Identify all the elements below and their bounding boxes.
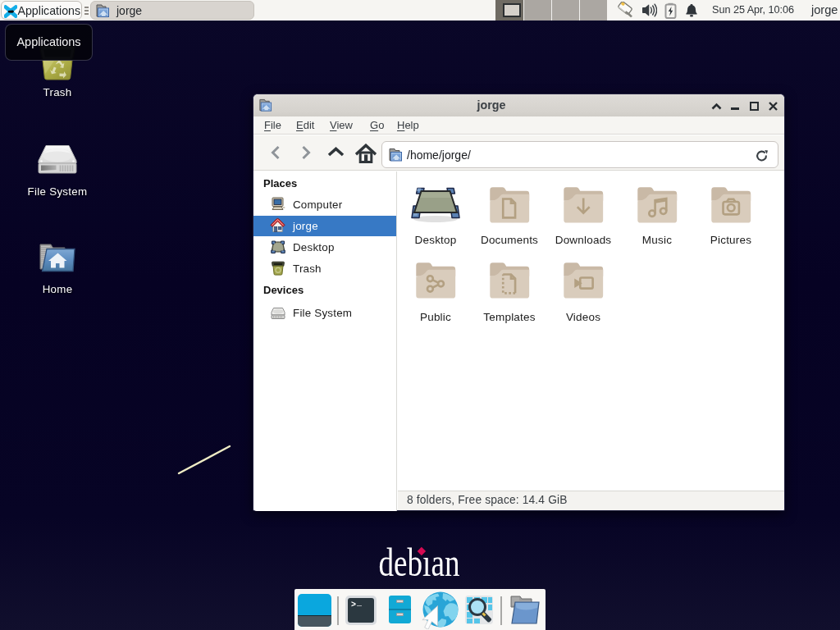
svg-text:debıan: debıan [379,541,460,584]
